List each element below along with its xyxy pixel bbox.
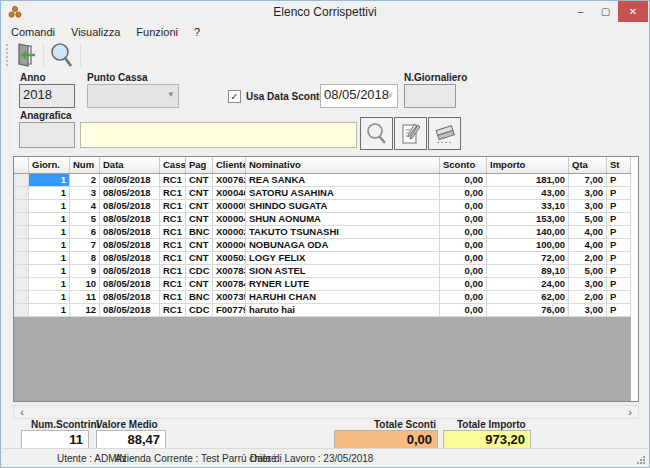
table-cell[interactable]: 1 [29,278,70,290]
table-cell[interactable]: X00046 [213,187,246,199]
table-cell[interactable]: 100,00 [487,239,569,251]
table-row[interactable]: 1508/05/2018RC1CNTX00004SHUN AONUMA0,001… [14,213,631,226]
punto-cassa-select[interactable]: ▾ [87,84,179,108]
table-cell[interactable]: 3,00 [569,304,607,316]
table-cell[interactable]: 3,00 [569,200,607,212]
table-cell[interactable]: 1 [29,265,70,277]
table-cell[interactable]: 4,00 [569,239,607,251]
table-cell[interactable]: 10 [70,278,100,290]
table-cell[interactable]: 1 [29,213,70,225]
table-cell[interactable]: 08/05/2018 [100,252,160,264]
table-cell[interactable]: SION ASTEL [246,265,440,277]
table-cell[interactable]: RC1 [160,304,186,316]
table-cell[interactable]: 24,00 [487,278,569,290]
table-cell[interactable]: 08/05/2018 [100,226,160,238]
table-row[interactable]: 1908/05/2018RC1CDCX00783SION ASTEL0,0089… [14,265,631,278]
table-row[interactable]: 1608/05/2018RC1BNCX00002TAKUTO TSUNASHI0… [14,226,631,239]
table-cell[interactable]: CDC [186,265,213,277]
table-cell[interactable]: X00005 [213,200,246,212]
table-cell[interactable]: 0,00 [440,265,487,277]
table-cell[interactable]: 3,00 [569,278,607,290]
anagrafica-clear-button[interactable] [428,117,461,150]
table-cell[interactable]: 2,00 [569,252,607,264]
column-header[interactable]: Qta [569,157,607,173]
table-cell[interactable]: 140,00 [487,226,569,238]
anagrafica-search-button[interactable] [360,117,393,150]
menu-help[interactable]: ? [194,26,200,38]
table-cell[interactable]: 11 [70,291,100,303]
table-cell[interactable]: 1 [29,174,70,186]
table-cell[interactable]: P [607,265,631,277]
table-cell[interactable]: X00784 [213,278,246,290]
table-cell[interactable]: CNT [186,200,213,212]
table-cell[interactable]: BNC [186,226,213,238]
scroll-left-icon[interactable]: ‹ [14,406,30,418]
table-cell[interactable]: 3,00 [569,187,607,199]
table-cell[interactable]: REA SANKA [246,174,440,186]
close-button[interactable]: ✕ [618,1,648,22]
table-row[interactable]: 1408/05/2018RC1CNTX00005SHINDO SUGATA0,0… [14,200,631,213]
table-row[interactable]: 11108/05/2018RC1BNCX00735HARUHI CHAN0,00… [14,291,631,304]
n-giornaliero-field[interactable] [404,84,456,108]
table-cell[interactable]: 0,00 [440,252,487,264]
table-cell[interactable]: RC1 [160,200,186,212]
table-cell[interactable]: 2 [70,174,100,186]
table-cell[interactable]: X00503 [213,252,246,264]
table-cell[interactable]: 0,00 [440,278,487,290]
table-cell[interactable]: RC1 [160,278,186,290]
scroll-right-icon[interactable]: › [622,406,638,418]
table-cell[interactable]: P [607,291,631,303]
maximize-button[interactable]: ▢ [593,1,618,22]
table-cell[interactable]: 7,00 [569,174,607,186]
table-cell[interactable]: CNT [186,187,213,199]
table-cell[interactable]: 4,00 [569,226,607,238]
table-cell[interactable]: CNT [186,252,213,264]
table-cell[interactable]: 3 [70,187,100,199]
column-header[interactable]: Giorn. [29,157,70,173]
table-cell[interactable]: X00002 [213,226,246,238]
menu-comandi[interactable]: Comandi [11,26,55,38]
table-cell[interactable]: HARUHI CHAN [246,291,440,303]
search-toolbar-button[interactable] [46,42,78,69]
column-header[interactable]: Importo [487,157,569,173]
table-cell[interactable]: 0,00 [440,304,487,316]
table-cell[interactable]: 5,00 [569,213,607,225]
table-cell[interactable]: BNC [186,291,213,303]
table-cell[interactable]: SHINDO SUGATA [246,200,440,212]
table-cell[interactable]: F00779 [213,304,246,316]
table-cell[interactable]: X00762 [213,174,246,186]
table-cell[interactable]: haruto hai [246,304,440,316]
table-cell[interactable]: 08/05/2018 [100,278,160,290]
table-cell[interactable]: CNT [186,239,213,251]
row-selector[interactable] [14,239,29,251]
table-cell[interactable]: 1 [29,187,70,199]
table-cell[interactable]: 08/05/2018 [100,239,160,251]
table-cell[interactable]: 08/05/2018 [100,265,160,277]
table-cell[interactable]: CNT [186,174,213,186]
table-cell[interactable]: 8 [70,252,100,264]
menu-funzioni[interactable]: Funzioni [136,26,178,38]
table-row[interactable]: 11008/05/2018RC1CNTX00784RYNER LUTE0,002… [14,278,631,291]
table-cell[interactable]: 2,00 [569,291,607,303]
table-cell[interactable]: 0,00 [440,291,487,303]
table-row[interactable]: 1308/05/2018RC1CNTX00046SATORU ASAHINA0,… [14,187,631,200]
table-cell[interactable]: RC1 [160,213,186,225]
table-cell[interactable]: SATORU ASAHINA [246,187,440,199]
column-header[interactable]: Sconto [440,157,487,173]
table-row[interactable]: 1808/05/2018RC1CNTX00503LOGY FELIX0,0072… [14,252,631,265]
table-cell[interactable]: P [607,278,631,290]
horizontal-scrollbar[interactable]: ‹ › [13,405,639,419]
column-header[interactable]: Num [70,157,100,173]
table-cell[interactable]: 0,00 [440,239,487,251]
anagrafica-code-field[interactable] [19,122,75,148]
table-cell[interactable]: X00006 [213,239,246,251]
exit-button[interactable] [9,42,41,69]
table-cell[interactable]: 72,00 [487,252,569,264]
table-cell[interactable]: 5 [70,213,100,225]
table-cell[interactable]: CNT [186,278,213,290]
table-cell[interactable]: TAKUTO TSUNASHI [246,226,440,238]
column-header[interactable]: St [607,157,631,173]
table-cell[interactable]: 6 [70,226,100,238]
table-cell[interactable]: 62,00 [487,291,569,303]
row-selector[interactable] [14,213,29,225]
